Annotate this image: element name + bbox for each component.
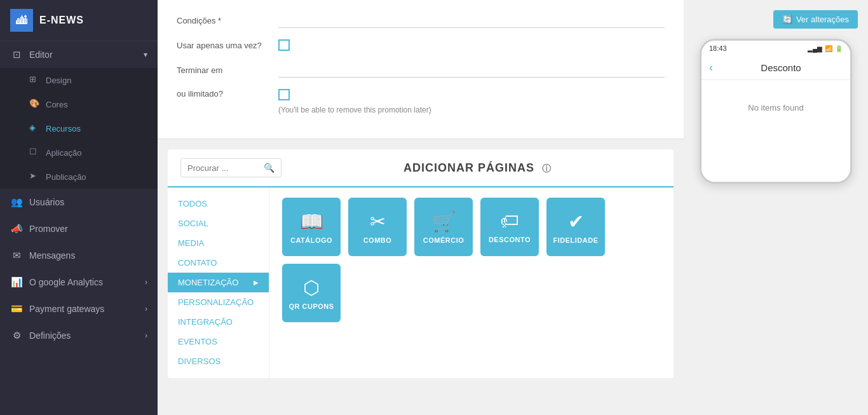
condicoes-row: Condições * <box>177 13 665 28</box>
comercio-icon: 🛒 <box>432 210 456 233</box>
recursos-label: Recursos <box>46 124 81 133</box>
sidebar-item-payment[interactable]: 💳 Payment gateways › <box>0 296 158 322</box>
phone-back-button[interactable]: ‹ <box>709 61 713 74</box>
combo-label: COMBO <box>363 236 392 244</box>
form-hint: (You'll be able to remove this promotion… <box>278 105 431 114</box>
ver-alteracoes-button[interactable]: 🔄 Ver alterações <box>773 10 858 29</box>
category-media[interactable]: MEDIA <box>168 233 269 253</box>
phone-nav-bar: ‹ Desconto <box>702 56 850 80</box>
sidebar-subitem-publicacao[interactable]: ➤ Publicação <box>0 165 158 189</box>
category-contato[interactable]: CONTATO <box>168 253 269 273</box>
analytics-label: O google Analytics <box>29 277 103 287</box>
terminar-row: Terminar em <box>177 62 665 78</box>
publicacao-icon: ➤ <box>29 171 41 182</box>
editor-subitems: ⊞ Design 🎨 Cores ◈ Recursos ☐ Aplicação … <box>0 68 158 189</box>
category-eventos[interactable]: EVENTOS <box>168 332 269 351</box>
sidebar: 🏙 E-NEWS ⊡ Editor ▾ ⊞ Design 🎨 Cores ◈ R… <box>0 0 158 415</box>
terminar-label: Terminar em <box>177 65 278 75</box>
usar-label: Usar apenas uma vez? <box>177 41 278 50</box>
design-icon: ⊞ <box>29 74 41 86</box>
pages-section: 🔍 ADICIONAR PÁGINAS ⓘ TODOS SOCIAL MEDIA… <box>168 149 674 378</box>
category-diversos[interactable]: DIVERSOS <box>168 351 269 371</box>
qr-cupons-label: QR CUPONS <box>288 303 334 310</box>
payment-chevron: › <box>145 304 147 313</box>
tile-comercio[interactable]: 🛒 COMÉRCIO <box>414 198 473 256</box>
terminar-input[interactable] <box>278 62 665 78</box>
fidelidade-label: FIDELIDADE <box>553 236 599 244</box>
usuarios-icon: 👥 <box>10 196 23 208</box>
cores-label: Cores <box>46 100 68 109</box>
combo-icon: ✂ <box>370 210 386 233</box>
category-personalizacao[interactable]: PERSONALIZAÇÃO <box>168 292 269 312</box>
usar-checkbox[interactable] <box>278 39 290 51</box>
form-section: Condições * Usar apenas uma vez? Termina… <box>158 0 684 139</box>
definicoes-chevron: › <box>145 331 147 340</box>
wifi-icon: 📶 <box>825 45 832 52</box>
tile-desconto[interactable]: 🏷 DESCONTO <box>480 198 539 256</box>
recursos-icon: ◈ <box>29 123 41 134</box>
usar-row: Usar apenas uma vez? <box>177 39 665 51</box>
editor-chevron: ▾ <box>144 50 147 59</box>
main-content: Condições * Usar apenas uma vez? Termina… <box>158 0 684 415</box>
app-name: E-NEWS <box>39 15 84 26</box>
search-icon: 🔍 <box>264 163 275 173</box>
usuarios-label: Usuários <box>29 197 64 207</box>
condicoes-input[interactable] <box>278 13 665 28</box>
analytics-icon: 📊 <box>10 276 23 289</box>
desconto-label: DESCONTO <box>489 236 531 243</box>
phone-status-bar: 18:43 ▂▄▆ 📶 🔋 <box>702 41 850 56</box>
editor-section: ⊡ Editor ▾ ⊞ Design 🎨 Cores ◈ Recursos ☐… <box>0 41 158 189</box>
info-icon: ⓘ <box>542 163 552 173</box>
sidebar-item-promover[interactable]: 📣 Promover <box>0 215 158 242</box>
sidebar-item-editor[interactable]: ⊡ Editor ▾ <box>0 41 158 68</box>
pages-header: 🔍 ADICIONAR PÁGINAS ⓘ <box>168 149 674 187</box>
condicoes-label: Condições * <box>177 16 278 25</box>
mensagens-icon: ✉ <box>10 249 23 262</box>
publicacao-label: Publicação <box>46 172 86 182</box>
tile-fidelidade[interactable]: ✔ FIDELIDADE <box>546 198 605 256</box>
aplicacao-icon: ☐ <box>29 147 41 158</box>
phone-status-icons: ▂▄▆ 📶 🔋 <box>808 45 843 52</box>
search-input[interactable] <box>187 163 264 173</box>
search-box[interactable]: 🔍 <box>180 158 281 177</box>
sidebar-item-analytics[interactable]: 📊 O google Analytics › <box>0 269 158 296</box>
categories-list: TODOS SOCIAL MEDIA CONTATO MONETIZAÇÃO P… <box>168 187 269 378</box>
ilimitado-group: (You'll be able to remove this promotion… <box>278 89 431 114</box>
ver-alteracoes-label: Ver alterações <box>796 15 849 24</box>
category-todos[interactable]: TODOS <box>168 194 269 214</box>
sidebar-item-usuarios[interactable]: 👥 Usuários <box>0 189 158 215</box>
tile-combo[interactable]: ✂ COMBO <box>348 198 407 256</box>
payment-label: Payment gateways <box>29 304 104 314</box>
comercio-label: COMÉRCIO <box>423 236 465 244</box>
category-monetizacao[interactable]: MONETIZAÇÃO <box>168 273 269 292</box>
design-label: Design <box>46 76 71 85</box>
tile-catalogo[interactable]: 📖 CATÁLOGO <box>282 198 341 256</box>
pages-title: ADICIONAR PÁGINAS ⓘ <box>294 161 661 175</box>
promover-label: Promover <box>29 224 68 234</box>
sidebar-item-definicoes[interactable]: ⚙ Definições › <box>0 322 158 349</box>
sidebar-item-mensagens[interactable]: ✉ Mensagens <box>0 242 158 269</box>
sidebar-subitem-recursos[interactable]: ◈ Recursos <box>0 116 158 140</box>
qr-cupons-icon: ⬡ <box>303 276 320 299</box>
ilimitado-checkbox[interactable] <box>278 89 290 100</box>
sidebar-subitem-design[interactable]: ⊞ Design <box>0 68 158 92</box>
sidebar-subitem-cores[interactable]: 🎨 Cores <box>0 92 158 116</box>
catalogo-icon: 📖 <box>300 210 323 233</box>
catalogo-label: CATÁLOGO <box>290 236 332 244</box>
refresh-icon: 🔄 <box>782 15 792 24</box>
signal-icon: ▂▄▆ <box>808 45 822 52</box>
mensagens-label: Mensagens <box>29 250 75 261</box>
aplicacao-label: Aplicação <box>46 148 81 158</box>
battery-icon: 🔋 <box>835 45 843 52</box>
phone-no-items: No items found <box>712 90 840 125</box>
payment-icon: 💳 <box>10 303 23 315</box>
tile-qr-cupons[interactable]: ⬡ QR CUPONS <box>282 264 341 322</box>
ilimitado-row: ou ilimitado? (You'll be able to remove … <box>177 89 665 114</box>
cores-icon: 🎨 <box>29 99 41 110</box>
category-social[interactable]: SOCIAL <box>168 214 269 233</box>
sidebar-subitem-aplicacao[interactable]: ☐ Aplicação <box>0 140 158 165</box>
definicoes-label: Definições <box>29 330 71 341</box>
category-integracao[interactable]: INTEGRAÇÃO <box>168 312 269 332</box>
logo-icon: 🏙 <box>10 9 33 32</box>
ilimitado-label: ou ilimitado? <box>177 89 278 99</box>
